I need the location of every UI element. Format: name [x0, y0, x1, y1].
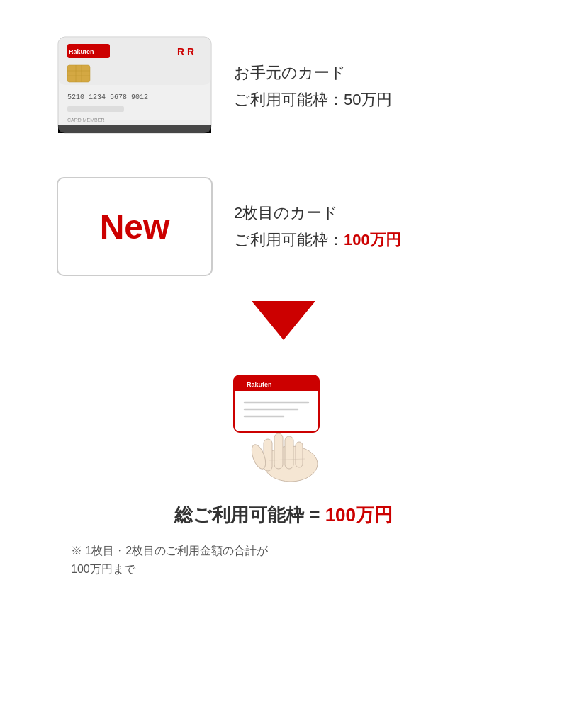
new-card-limit-prefix: ご利用可能枠： [234, 231, 344, 249]
current-card-limit: ご利用可能枠：50万円 [234, 89, 392, 110]
current-card-limit-value: 50万円 [344, 91, 392, 108]
current-card-image: Rakuten R R 5210 1234 5678 9012 CARD MEM… [57, 35, 213, 137]
page-container: Rakuten R R 5210 1234 5678 9012 CARD MEM… [0, 0, 567, 728]
svg-rect-27 [285, 436, 293, 469]
svg-rect-28 [296, 442, 303, 467]
current-card-label: お手元のカード [234, 62, 392, 84]
svg-rect-11 [67, 106, 124, 112]
card-hand-illustration: Rakuten [213, 368, 354, 489]
total-limit-text: 総ご利用可能枠 = 100万円 [174, 503, 393, 528]
new-badge-label: New [100, 207, 170, 246]
svg-rect-16 [58, 120, 211, 133]
svg-rect-5 [67, 65, 90, 82]
new-card-text-label: 2枚目のカード [234, 203, 401, 224]
arrow-section [43, 294, 524, 354]
down-arrow-icon [252, 301, 315, 340]
new-card-limit-value: 100万円 [344, 231, 401, 249]
new-card-section: New 2枚目のカード ご利用可能枠：100万円 [43, 159, 524, 294]
new-card-info: 2枚目のカード ご利用可能枠：100万円 [234, 203, 401, 251]
svg-text:Rakuten: Rakuten [69, 48, 94, 55]
svg-text:Rakuten: Rakuten [247, 381, 272, 388]
new-card-limit: ご利用可能枠：100万円 [234, 229, 401, 251]
total-limit-prefix: 総ご利用可能枠 = [174, 504, 325, 525]
svg-text:R R: R R [177, 46, 194, 57]
card-hand-svg: Rakuten [213, 368, 354, 489]
current-card-info: お手元のカード ご利用可能枠：50万円 [234, 62, 392, 110]
note-text: ※ 1枚目・2枚目のご利用金額の合計が100万円まで [57, 542, 510, 578]
new-card-box: New [57, 177, 213, 276]
total-limit-value: 100万円 [325, 504, 393, 525]
svg-text:5210  1234  5678  9012: 5210 1234 5678 9012 [67, 93, 148, 101]
result-section: Rakuten [43, 354, 524, 585]
current-card-section: Rakuten R R 5210 1234 5678 9012 CARD MEM… [43, 21, 524, 159]
rakuten-card-svg: Rakuten R R 5210 1234 5678 9012 CARD MEM… [57, 35, 213, 135]
svg-rect-26 [274, 433, 283, 469]
current-card-limit-prefix: ご利用可能枠： [234, 91, 344, 108]
